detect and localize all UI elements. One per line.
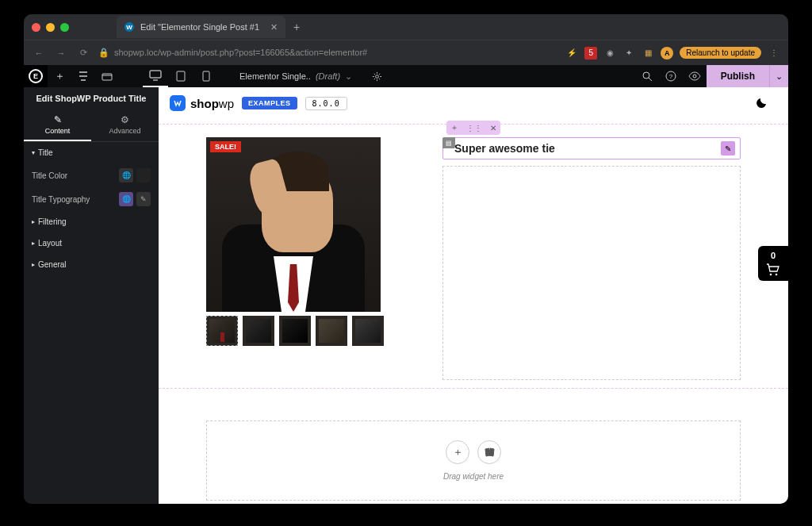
chevron-down-icon: ⌄ [345,71,352,82]
svg-rect-0 [102,74,112,80]
structure-button[interactable] [71,65,95,87]
settings-button[interactable] [95,65,119,87]
site-header: shopwp EXAMPLES 8.0.0 [159,87,788,119]
browser-menu-icon[interactable]: ⋮ [768,47,780,60]
elementor-logo[interactable]: E [24,65,48,87]
reload-button[interactable]: ⟳ [76,46,90,60]
tab-advanced[interactable]: ⚙ Advanced [91,109,159,141]
maximize-window-button[interactable] [60,23,69,32]
add-template-button[interactable] [477,440,501,464]
tab-content-label: Content [45,127,71,135]
relaunch-button[interactable]: Relaunch to update [680,47,761,59]
doc-name-text: Elementor Single.. [239,71,311,81]
global-typography-button[interactable]: 🌐 [119,192,133,206]
section-filtering[interactable]: Filtering [24,211,159,232]
desktop-device-button[interactable] [143,65,168,87]
section-title[interactable]: Title [24,142,159,163]
svg-rect-2 [150,71,161,78]
version-badge: 8.0.0 [305,97,347,110]
new-tab-button[interactable]: + [293,21,300,33]
thumbnail-4[interactable] [316,316,347,346]
doc-settings-icon[interactable] [365,65,389,87]
browser-address-bar: ← → ⟳ 🔒shopwp.loc/wp-admin/post.php?post… [24,40,788,65]
profile-avatar[interactable]: A [661,47,673,60]
tab-content[interactable]: ✎ Content [24,109,91,141]
product-thumbnails [206,316,428,346]
section-handle: ＋ ⋮⋮ ✕ [446,121,500,135]
thumbnail-1[interactable] [206,316,238,346]
color-swatch-button[interactable] [136,168,151,182]
widget-type-icon: ▤ [442,137,455,148]
minimize-window-button[interactable] [46,23,55,32]
tab-title: Edit "Elementor Single Post #1 [140,22,259,32]
document-title[interactable]: Elementor Single.. (Draft) ⌄ [239,65,389,87]
thumbnail-3[interactable] [279,316,311,346]
help-button[interactable]: ? [659,65,683,87]
svg-rect-4 [203,71,209,81]
add-section-button[interactable]: ＋ [446,440,469,464]
browser-tab[interactable]: W Edit "Elementor Single Post #1 ✕ [117,16,285,38]
product-photo-placeholder [206,137,381,312]
add-element-button[interactable]: ＋ [48,65,71,87]
browser-window: W Edit "Elementor Single Post #1 ✕ + ← →… [24,14,788,504]
svg-point-9 [770,274,772,276]
field-title-color: Title Color 🌐 [24,163,159,187]
extension-icon-2[interactable]: ◉ [603,47,616,60]
field-title-typography-label: Title Typography [32,195,90,204]
url-field[interactable]: 🔒shopwp.loc/wp-admin/post.php?post=16606… [98,48,557,58]
section-drag-handle[interactable]: ⋮⋮ [462,122,486,134]
doc-mode-text: (Draft) [316,71,340,81]
edit-widget-button[interactable]: ✎ [721,141,735,155]
extensions-puzzle-icon[interactable]: ✦ [622,47,635,60]
tablet-device-button[interactable] [168,65,193,87]
gear-icon: ⚙ [91,114,159,125]
product-title-widget[interactable]: ▤ Super awesome tie ✎ [442,137,741,159]
mobile-device-button[interactable] [193,65,219,87]
brand-text-a: shop [190,97,219,110]
dark-mode-toggle[interactable] [756,97,769,109]
section-layout[interactable]: Layout [24,232,159,254]
cart-count: 0 [771,251,776,260]
global-color-button[interactable]: 🌐 [119,168,133,182]
svg-point-1 [375,75,378,78]
svg-rect-3 [177,71,185,81]
forward-button[interactable]: → [54,46,68,60]
empty-column-area[interactable] [442,166,741,380]
close-tab-button[interactable]: ✕ [270,22,278,33]
thumbnail-5[interactable] [352,316,384,346]
edit-typography-button[interactable]: ✎ [136,192,151,206]
section-delete-button[interactable]: ✕ [486,122,500,134]
close-window-button[interactable] [32,23,40,32]
publish-button[interactable]: Publish [707,65,769,87]
svg-point-5 [643,72,649,79]
section-general[interactable]: General [24,254,159,275]
shopwp-badge-icon [170,95,186,111]
section-add-button[interactable]: ＋ [446,121,462,135]
extension-icons: ⚡ 5 ◉ ✦ ▦ A Relaunch to update ⋮ [565,47,780,60]
lock-icon: 🔒 [98,48,109,57]
product-title-text: Super awesome tie [454,142,555,155]
field-title-typography: Title Typography 🌐 ✎ [24,187,159,211]
shopwp-logo[interactable]: shopwp [170,95,234,111]
device-switcher [143,65,219,87]
browser-titlebar: W Edit "Elementor Single Post #1 ✕ + [24,14,788,40]
examples-badge: EXAMPLES [242,97,297,109]
extension-icon-1[interactable]: ⚡ [565,47,578,60]
workspace: Edit ShopWP Product Title ✎ Content ⚙ Ad… [24,87,788,504]
thumbnail-2[interactable] [243,316,274,346]
extension-icon-3[interactable]: ▦ [642,47,654,60]
new-section-dropzone[interactable]: ＋ Drag widget here [206,420,741,501]
cart-toggle[interactable]: 0 [758,246,788,281]
cart-icon [766,263,780,276]
canvas: shopwp EXAMPLES 8.0.0 ＋ ⋮⋮ ✕ SALE! [159,87,788,504]
finder-button[interactable] [635,65,659,87]
column-2[interactable]: ▤ Super awesome tie ✎ [442,137,741,380]
product-image[interactable]: SALE! [206,137,381,312]
back-button[interactable]: ← [32,46,46,60]
brand-text-b: wp [219,97,234,110]
notification-badge[interactable]: 5 [584,47,597,60]
field-title-color-label: Title Color [32,171,67,180]
preview-button[interactable] [683,65,707,87]
publish-options-button[interactable]: ⌄ [769,65,788,87]
column-1[interactable]: SALE! [206,137,428,380]
